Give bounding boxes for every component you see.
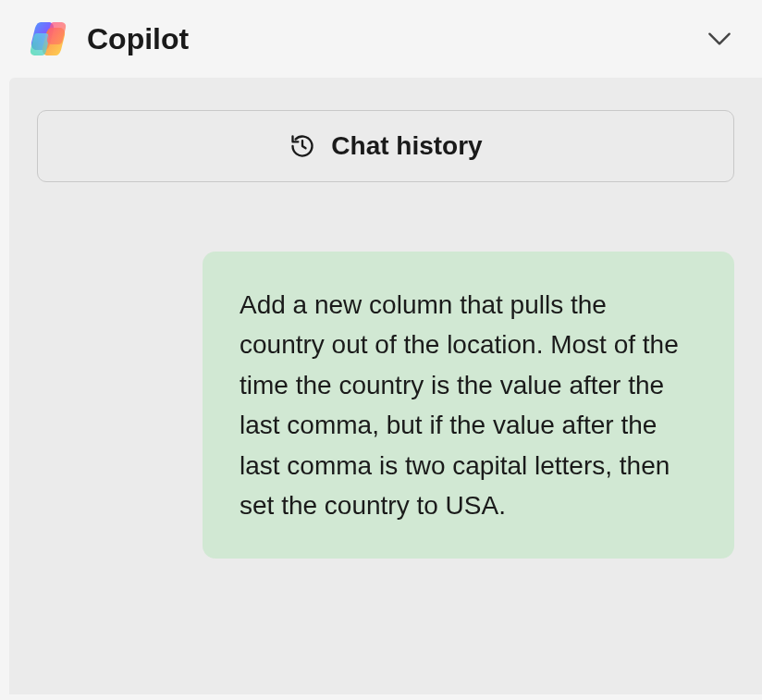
history-icon — [289, 132, 316, 160]
header-bar: Copilot — [0, 0, 762, 78]
chat-history-button[interactable]: Chat history — [37, 110, 734, 182]
header-left: Copilot — [28, 17, 189, 61]
chat-history-label: Chat history — [331, 131, 482, 161]
chat-content: Chat history Add a new column that pulls… — [9, 78, 762, 694]
page-title: Copilot — [87, 22, 189, 56]
user-message: Add a new column that pulls the country … — [203, 252, 734, 559]
collapse-chevron-icon[interactable] — [705, 24, 734, 54]
copilot-logo-icon — [28, 17, 72, 61]
message-list: Add a new column that pulls the country … — [37, 252, 734, 559]
